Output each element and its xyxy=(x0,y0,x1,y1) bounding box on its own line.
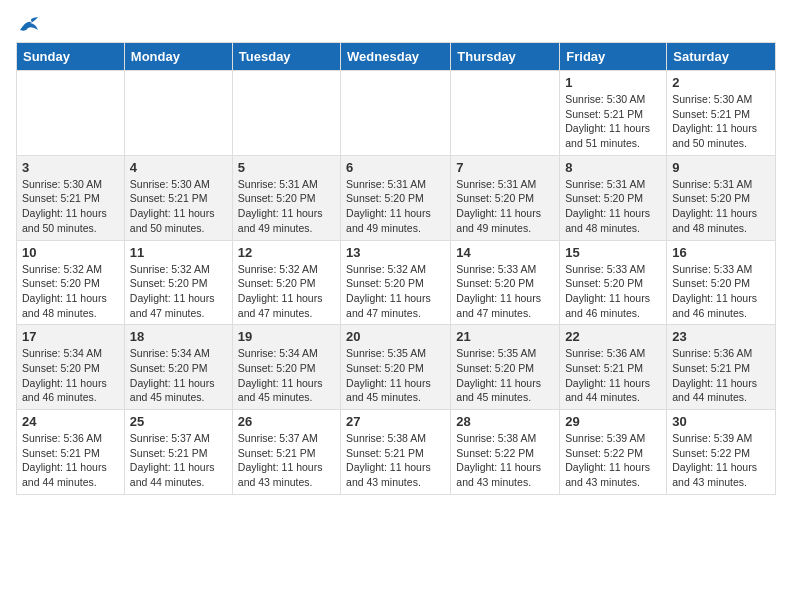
day-number: 2 xyxy=(672,75,770,90)
day-info: Sunrise: 5:38 AM Sunset: 5:21 PM Dayligh… xyxy=(346,431,445,490)
week-row-2: 3Sunrise: 5:30 AM Sunset: 5:21 PM Daylig… xyxy=(17,155,776,240)
logo xyxy=(16,16,40,34)
column-header-sunday: Sunday xyxy=(17,43,125,71)
day-info: Sunrise: 5:34 AM Sunset: 5:20 PM Dayligh… xyxy=(22,346,119,405)
day-info: Sunrise: 5:31 AM Sunset: 5:20 PM Dayligh… xyxy=(456,177,554,236)
calendar-cell xyxy=(17,71,125,156)
day-info: Sunrise: 5:35 AM Sunset: 5:20 PM Dayligh… xyxy=(456,346,554,405)
day-number: 14 xyxy=(456,245,554,260)
calendar-cell: 7Sunrise: 5:31 AM Sunset: 5:20 PM Daylig… xyxy=(451,155,560,240)
day-info: Sunrise: 5:37 AM Sunset: 5:21 PM Dayligh… xyxy=(238,431,335,490)
day-info: Sunrise: 5:34 AM Sunset: 5:20 PM Dayligh… xyxy=(130,346,227,405)
day-info: Sunrise: 5:30 AM Sunset: 5:21 PM Dayligh… xyxy=(565,92,661,151)
logo-bird-icon xyxy=(18,16,40,34)
calendar-cell xyxy=(341,71,451,156)
day-info: Sunrise: 5:35 AM Sunset: 5:20 PM Dayligh… xyxy=(346,346,445,405)
calendar-cell: 25Sunrise: 5:37 AM Sunset: 5:21 PM Dayli… xyxy=(124,410,232,495)
day-number: 6 xyxy=(346,160,445,175)
day-info: Sunrise: 5:33 AM Sunset: 5:20 PM Dayligh… xyxy=(565,262,661,321)
calendar-cell: 15Sunrise: 5:33 AM Sunset: 5:20 PM Dayli… xyxy=(560,240,667,325)
day-number: 3 xyxy=(22,160,119,175)
day-number: 26 xyxy=(238,414,335,429)
day-info: Sunrise: 5:32 AM Sunset: 5:20 PM Dayligh… xyxy=(238,262,335,321)
column-header-wednesday: Wednesday xyxy=(341,43,451,71)
day-number: 9 xyxy=(672,160,770,175)
calendar-body: 1Sunrise: 5:30 AM Sunset: 5:21 PM Daylig… xyxy=(17,71,776,495)
day-number: 12 xyxy=(238,245,335,260)
week-row-5: 24Sunrise: 5:36 AM Sunset: 5:21 PM Dayli… xyxy=(17,410,776,495)
day-info: Sunrise: 5:33 AM Sunset: 5:20 PM Dayligh… xyxy=(672,262,770,321)
calendar-cell: 10Sunrise: 5:32 AM Sunset: 5:20 PM Dayli… xyxy=(17,240,125,325)
day-info: Sunrise: 5:32 AM Sunset: 5:20 PM Dayligh… xyxy=(130,262,227,321)
day-number: 30 xyxy=(672,414,770,429)
day-number: 17 xyxy=(22,329,119,344)
calendar-cell: 30Sunrise: 5:39 AM Sunset: 5:22 PM Dayli… xyxy=(667,410,776,495)
day-number: 22 xyxy=(565,329,661,344)
day-number: 1 xyxy=(565,75,661,90)
calendar-cell: 5Sunrise: 5:31 AM Sunset: 5:20 PM Daylig… xyxy=(232,155,340,240)
week-row-1: 1Sunrise: 5:30 AM Sunset: 5:21 PM Daylig… xyxy=(17,71,776,156)
calendar-cell: 28Sunrise: 5:38 AM Sunset: 5:22 PM Dayli… xyxy=(451,410,560,495)
day-number: 21 xyxy=(456,329,554,344)
calendar-cell: 16Sunrise: 5:33 AM Sunset: 5:20 PM Dayli… xyxy=(667,240,776,325)
day-number: 29 xyxy=(565,414,661,429)
calendar-cell xyxy=(232,71,340,156)
day-number: 27 xyxy=(346,414,445,429)
calendar-cell: 24Sunrise: 5:36 AM Sunset: 5:21 PM Dayli… xyxy=(17,410,125,495)
column-header-thursday: Thursday xyxy=(451,43,560,71)
calendar-cell: 26Sunrise: 5:37 AM Sunset: 5:21 PM Dayli… xyxy=(232,410,340,495)
day-number: 13 xyxy=(346,245,445,260)
day-number: 28 xyxy=(456,414,554,429)
calendar-cell: 3Sunrise: 5:30 AM Sunset: 5:21 PM Daylig… xyxy=(17,155,125,240)
calendar-cell: 12Sunrise: 5:32 AM Sunset: 5:20 PM Dayli… xyxy=(232,240,340,325)
calendar-cell xyxy=(124,71,232,156)
calendar-cell: 4Sunrise: 5:30 AM Sunset: 5:21 PM Daylig… xyxy=(124,155,232,240)
calendar-cell: 6Sunrise: 5:31 AM Sunset: 5:20 PM Daylig… xyxy=(341,155,451,240)
day-number: 7 xyxy=(456,160,554,175)
day-info: Sunrise: 5:36 AM Sunset: 5:21 PM Dayligh… xyxy=(22,431,119,490)
day-info: Sunrise: 5:31 AM Sunset: 5:20 PM Dayligh… xyxy=(238,177,335,236)
day-info: Sunrise: 5:37 AM Sunset: 5:21 PM Dayligh… xyxy=(130,431,227,490)
calendar-cell: 9Sunrise: 5:31 AM Sunset: 5:20 PM Daylig… xyxy=(667,155,776,240)
day-info: Sunrise: 5:31 AM Sunset: 5:20 PM Dayligh… xyxy=(346,177,445,236)
day-info: Sunrise: 5:31 AM Sunset: 5:20 PM Dayligh… xyxy=(565,177,661,236)
day-info: Sunrise: 5:36 AM Sunset: 5:21 PM Dayligh… xyxy=(672,346,770,405)
day-number: 4 xyxy=(130,160,227,175)
day-info: Sunrise: 5:39 AM Sunset: 5:22 PM Dayligh… xyxy=(565,431,661,490)
page-header xyxy=(16,16,776,34)
column-header-friday: Friday xyxy=(560,43,667,71)
calendar-cell xyxy=(451,71,560,156)
day-number: 24 xyxy=(22,414,119,429)
calendar-cell: 27Sunrise: 5:38 AM Sunset: 5:21 PM Dayli… xyxy=(341,410,451,495)
column-header-monday: Monday xyxy=(124,43,232,71)
day-info: Sunrise: 5:31 AM Sunset: 5:20 PM Dayligh… xyxy=(672,177,770,236)
day-number: 11 xyxy=(130,245,227,260)
day-number: 10 xyxy=(22,245,119,260)
day-number: 5 xyxy=(238,160,335,175)
day-info: Sunrise: 5:32 AM Sunset: 5:20 PM Dayligh… xyxy=(346,262,445,321)
day-info: Sunrise: 5:30 AM Sunset: 5:21 PM Dayligh… xyxy=(22,177,119,236)
day-info: Sunrise: 5:34 AM Sunset: 5:20 PM Dayligh… xyxy=(238,346,335,405)
calendar-cell: 13Sunrise: 5:32 AM Sunset: 5:20 PM Dayli… xyxy=(341,240,451,325)
day-info: Sunrise: 5:39 AM Sunset: 5:22 PM Dayligh… xyxy=(672,431,770,490)
day-number: 23 xyxy=(672,329,770,344)
calendar-cell: 14Sunrise: 5:33 AM Sunset: 5:20 PM Dayli… xyxy=(451,240,560,325)
day-info: Sunrise: 5:33 AM Sunset: 5:20 PM Dayligh… xyxy=(456,262,554,321)
week-row-4: 17Sunrise: 5:34 AM Sunset: 5:20 PM Dayli… xyxy=(17,325,776,410)
calendar-cell: 22Sunrise: 5:36 AM Sunset: 5:21 PM Dayli… xyxy=(560,325,667,410)
column-header-tuesday: Tuesday xyxy=(232,43,340,71)
day-number: 20 xyxy=(346,329,445,344)
day-number: 19 xyxy=(238,329,335,344)
day-info: Sunrise: 5:36 AM Sunset: 5:21 PM Dayligh… xyxy=(565,346,661,405)
day-number: 25 xyxy=(130,414,227,429)
day-number: 8 xyxy=(565,160,661,175)
calendar-cell: 17Sunrise: 5:34 AM Sunset: 5:20 PM Dayli… xyxy=(17,325,125,410)
calendar-cell: 18Sunrise: 5:34 AM Sunset: 5:20 PM Dayli… xyxy=(124,325,232,410)
day-info: Sunrise: 5:30 AM Sunset: 5:21 PM Dayligh… xyxy=(130,177,227,236)
column-header-saturday: Saturday xyxy=(667,43,776,71)
day-info: Sunrise: 5:30 AM Sunset: 5:21 PM Dayligh… xyxy=(672,92,770,151)
calendar-cell: 23Sunrise: 5:36 AM Sunset: 5:21 PM Dayli… xyxy=(667,325,776,410)
day-number: 15 xyxy=(565,245,661,260)
calendar-table: SundayMondayTuesdayWednesdayThursdayFrid… xyxy=(16,42,776,495)
day-number: 16 xyxy=(672,245,770,260)
